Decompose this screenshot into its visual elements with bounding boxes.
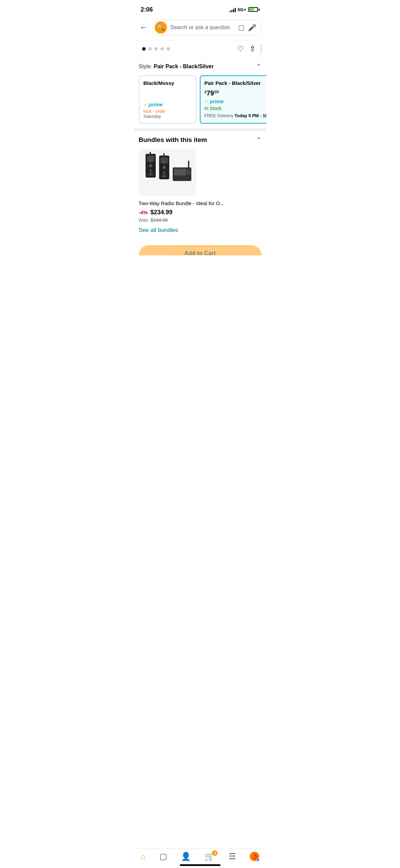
- search-icon: 🔍: [157, 24, 165, 31]
- back-button[interactable]: ←: [139, 22, 149, 33]
- style-selected-value: Pair Pack - Black/Silver: [154, 64, 214, 69]
- ai-assistant-icon: 🍎: [250, 852, 259, 861]
- bundle-product-name: Two-Way Radio Bundle - Ideal for O...: [139, 200, 262, 207]
- network-type: 5G+: [238, 7, 246, 12]
- see-all-bundles-link[interactable]: See all bundles: [139, 227, 262, 234]
- style-header: Style: Pair Pack - Black/Silver ⌃: [134, 62, 266, 75]
- nav-menu[interactable]: ☰: [229, 852, 236, 861]
- prime-check-icon: ✓: [205, 99, 209, 104]
- home-icon: ⌂: [141, 852, 146, 861]
- image-carousel-bar: ♡ ⇧: [134, 40, 266, 57]
- home-button-indicator: [180, 864, 221, 866]
- bundles-collapse-icon[interactable]: ⌃: [256, 136, 262, 144]
- bundles-section: Bundles with this item ⌃: [134, 128, 266, 238]
- menu-icon: ☰: [229, 852, 236, 861]
- svg-point-19: [164, 161, 165, 162]
- svg-rect-10: [162, 175, 167, 177]
- style-collapse-icon[interactable]: ⌃: [256, 62, 262, 71]
- prime-check-icon: ✓: [144, 102, 148, 107]
- product-action-icons: ♡ ⇧: [237, 44, 262, 54]
- signal-bars-icon: [230, 7, 236, 12]
- style-option-pair-black-silver[interactable]: Pair Pack - Black/Silver $7999 ✓ prime I…: [200, 75, 266, 124]
- svg-point-8: [163, 166, 166, 169]
- vertical-divider: [261, 44, 262, 54]
- carousel-dots: [142, 47, 170, 51]
- bundle-product-image[interactable]: [139, 149, 196, 196]
- svg-rect-3: [150, 169, 151, 173]
- svg-rect-13: [174, 169, 186, 176]
- charging-icon: ⚡: [251, 8, 255, 12]
- camera-icon[interactable]: ▢: [238, 23, 245, 32]
- nav-home[interactable]: ⌂: [141, 852, 146, 861]
- svg-point-18: [164, 163, 165, 164]
- style-prefix: Style:: [139, 64, 152, 69]
- dot-2[interactable]: [148, 47, 152, 51]
- search-icon-circle[interactable]: 🔍: [155, 21, 167, 34]
- bundle-product-item: Two-Way Radio Bundle - Ideal for O... -4…: [139, 149, 262, 234]
- svg-rect-4: [148, 174, 153, 176]
- nav-ai[interactable]: 🍎: [250, 852, 259, 861]
- dot-3[interactable]: [154, 47, 158, 51]
- prime-badge: ✓ prime: [144, 102, 192, 107]
- delivery-text: Saturday: [144, 114, 192, 119]
- style-options-list: Black/Mossy ✓ prime tock - order Saturda…: [134, 75, 266, 128]
- delivery-text: FREE Delivery Today 5 PM - 10 PM: [205, 113, 266, 118]
- search-bar-area: ← 🔍 Search or ask a question ▢ 🎤: [134, 17, 266, 40]
- svg-rect-11: [163, 153, 165, 158]
- bundle-current-price: $234.99: [150, 209, 172, 216]
- dot-1[interactable]: [142, 47, 146, 51]
- prime-text: prime: [210, 98, 224, 104]
- svg-rect-1: [147, 156, 154, 162]
- bundles-title: Bundles with this item: [139, 136, 207, 144]
- svg-rect-9: [164, 171, 165, 175]
- stock-status: tock - order: [144, 109, 192, 114]
- prime-text: prime: [149, 102, 163, 107]
- svg-rect-7: [160, 157, 168, 163]
- discount-badge: -4%: [139, 210, 148, 215]
- style-label-text: Style: Pair Pack - Black/Silver: [139, 64, 214, 70]
- nav-shop[interactable]: ▢: [159, 852, 167, 861]
- radio-bundle-svg: [142, 150, 193, 195]
- bundle-pricing: -4% $234.99: [139, 209, 262, 216]
- style-option-price: $7999: [205, 89, 266, 97]
- battery-icon: ⚡: [248, 7, 260, 12]
- svg-point-17: [150, 159, 151, 160]
- style-option-name: Pair Pack - Black/Silver: [205, 80, 266, 86]
- svg-rect-5: [150, 152, 151, 156]
- dot-5[interactable]: [167, 47, 170, 51]
- svg-point-2: [149, 164, 152, 167]
- dot-4[interactable]: [160, 47, 164, 51]
- prime-badge: ✓ prime: [205, 98, 266, 104]
- status-bar: 2:06 5G+ ⚡: [134, 0, 266, 17]
- stock-status: In Stock: [205, 106, 266, 111]
- status-time: 2:06: [141, 6, 153, 13]
- search-bar[interactable]: 🔍 Search or ask a question ▢ 🎤: [152, 20, 262, 35]
- search-input[interactable]: Search or ask a question: [170, 24, 235, 31]
- status-icons: 5G+ ⚡: [230, 7, 260, 12]
- add-to-cart-button[interactable]: Add to Cart: [139, 245, 262, 255]
- nav-cart[interactable]: 🛒 2: [205, 852, 215, 861]
- account-icon: 👤: [181, 852, 191, 861]
- svg-point-16: [150, 161, 151, 162]
- wishlist-icon[interactable]: ♡: [237, 44, 244, 53]
- ai-dot-indicator: [256, 858, 260, 862]
- svg-point-14: [186, 170, 191, 175]
- share-icon[interactable]: ⇧: [249, 44, 255, 53]
- style-section: Style: Pair Pack - Black/Silver ⌃ Black/…: [134, 57, 266, 128]
- svg-rect-15: [188, 161, 189, 169]
- bundle-original-price: $244.98: [151, 217, 168, 223]
- style-option-name: Black/Mossy: [144, 80, 192, 86]
- cart-badge: 2: [212, 850, 217, 856]
- nav-account[interactable]: 👤: [181, 852, 191, 861]
- shop-icon: ▢: [159, 852, 167, 861]
- mic-icon[interactable]: 🎤: [248, 23, 256, 32]
- style-option-black-mossy[interactable]: Black/Mossy ✓ prime tock - order Saturda…: [139, 75, 196, 124]
- bundles-header: Bundles with this item ⌃: [139, 136, 262, 144]
- bundle-was-price: Was: $244.98: [139, 217, 262, 223]
